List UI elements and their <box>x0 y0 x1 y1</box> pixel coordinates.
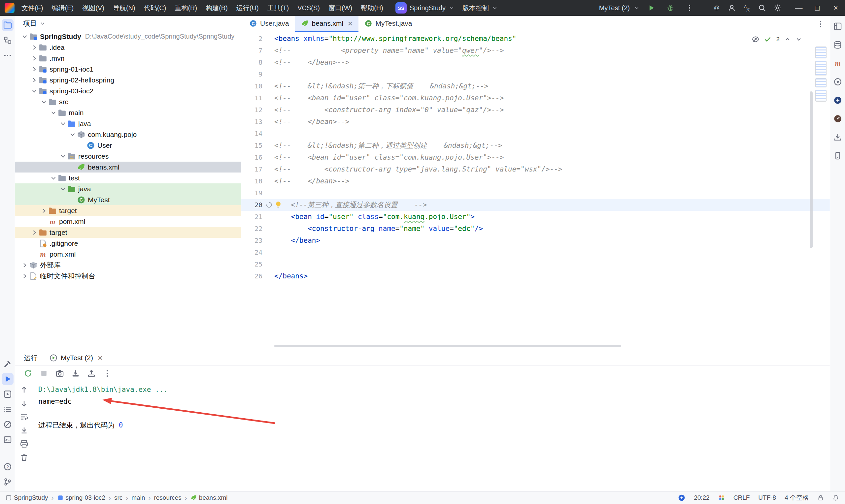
chevron-right-icon[interactable] <box>30 229 39 236</box>
run-configuration[interactable]: MyTest (2) <box>599 4 630 12</box>
problems-icon[interactable] <box>2 418 14 430</box>
menu-item-build[interactable]: 构建(B) <box>201 0 232 16</box>
tab-list-icon[interactable] <box>816 20 825 28</box>
chevron-down-icon[interactable] <box>795 36 802 42</box>
code-line-22[interactable]: 22 <constructor-arg name="name" value="e… <box>241 223 830 235</box>
breadcrumb-main[interactable]: main <box>131 494 145 501</box>
run-icon[interactable] <box>2 373 14 385</box>
tree-item-gitignore[interactable]: .gitignore <box>15 238 241 249</box>
line-number[interactable]: 12 <box>241 106 274 114</box>
tree-item-spring-03-ioc2[interactable]: spring-03-ioc2 <box>15 86 241 96</box>
menu-item-file[interactable]: 文件(F) <box>17 0 48 16</box>
menu-item-help[interactable]: 帮助(H) <box>356 0 388 16</box>
run-tab-mytest[interactable]: MyTest (2) × <box>50 350 103 365</box>
tree-item-java-test[interactable]: java <box>15 183 241 194</box>
chevron-down-icon[interactable] <box>30 88 39 94</box>
scroll-to-end-icon[interactable] <box>20 426 29 435</box>
menu-item-vcs[interactable]: VCS(S) <box>293 0 324 16</box>
ai-assistant-icon[interactable] <box>832 94 844 106</box>
line-number[interactable]: 24 <box>241 248 274 256</box>
tree-item-spring-01-ioc1[interactable]: spring-01-ioc1 <box>15 64 241 74</box>
project-icon[interactable] <box>2 19 14 31</box>
project-widget[interactable]: SS SpringStudy <box>395 2 455 14</box>
intellij-logo[interactable] <box>5 3 15 13</box>
chevron-right-icon[interactable] <box>20 262 29 269</box>
code-line-17[interactable]: 17<!-- <constructor-arg type="java.lang.… <box>241 163 830 175</box>
line-number[interactable]: 13 <box>241 118 274 126</box>
horizontal-scrollbar[interactable] <box>274 345 621 347</box>
line-number[interactable]: 11 <box>241 94 274 102</box>
chevron-down-icon[interactable] <box>40 98 48 105</box>
line-number[interactable]: 9 <box>241 70 274 78</box>
code-line-23[interactable]: 23 </bean> <box>241 235 830 246</box>
chevron-right-icon[interactable] <box>20 273 29 280</box>
close-button[interactable]: × <box>827 0 845 16</box>
menu-item-window[interactable]: 窗口(W) <box>324 0 356 16</box>
code-line-18[interactable]: 18<!-- </bean>--> <box>241 175 830 187</box>
tree-item-beans-xml[interactable]: beans.xml <box>15 162 241 173</box>
chevron-right-icon[interactable] <box>40 208 48 214</box>
services-icon[interactable] <box>2 388 14 400</box>
line-number[interactable]: 7 <box>241 47 274 54</box>
chevron-right-icon[interactable] <box>30 77 39 84</box>
code-line-14[interactable]: 14 <box>241 128 830 140</box>
caret-position[interactable]: 20:22 <box>694 494 710 501</box>
stop-icon[interactable] <box>40 369 48 378</box>
code-line-20[interactable]: 20<!--第三种，直接通过参数名设置 --> <box>241 199 830 211</box>
dependencies-icon[interactable] <box>832 131 844 143</box>
tree-item-resources[interactable]: resources <box>15 151 241 162</box>
search-icon[interactable] <box>755 0 770 16</box>
close-icon[interactable]: × <box>98 354 103 362</box>
tree-item-src[interactable]: src <box>15 96 241 107</box>
more-options-icon[interactable] <box>103 369 111 378</box>
breadcrumb-src[interactable]: src <box>114 494 122 501</box>
tree-item-test[interactable]: test <box>15 173 241 183</box>
line-number[interactable]: 21 <box>241 213 274 221</box>
tree-item-main[interactable]: main <box>15 107 241 118</box>
import-results-icon[interactable] <box>71 369 80 378</box>
project-panel-header[interactable]: 项目 <box>15 16 241 31</box>
line-number[interactable]: 19 <box>241 189 274 197</box>
line-number[interactable]: 8 <box>241 58 274 66</box>
file-encoding[interactable]: UTF-8 <box>758 494 776 501</box>
chevron-right-icon[interactable] <box>30 66 39 73</box>
vertical-scrollbar[interactable] <box>810 91 813 248</box>
code-line-10[interactable]: 10<!-- &lt;!&ndash;第一种，下标赋值 &ndash;&gt;-… <box>241 80 830 92</box>
menu-item-refactor[interactable]: 重构(R) <box>170 0 201 16</box>
line-number[interactable]: 14 <box>241 130 274 138</box>
line-number[interactable]: 22 <box>241 224 274 233</box>
window-layout-icon[interactable] <box>832 20 844 32</box>
tree-item-scratches[interactable]: 临时文件和控制台 <box>15 270 241 281</box>
database-icon[interactable] <box>832 39 844 51</box>
translate-icon[interactable]: A文 <box>739 0 755 16</box>
soft-wrap-icon[interactable] <box>20 413 29 421</box>
tab-user-java[interactable]: CUser.java <box>243 16 295 32</box>
breadcrumb-resources[interactable]: resources <box>154 494 181 501</box>
tree-item-class-mytest[interactable]: CMyTest <box>15 194 241 205</box>
code-line-19[interactable]: 19 <box>241 187 830 199</box>
vcs-widget[interactable]: 版本控制 <box>462 4 498 13</box>
code-line-26[interactable]: 26</beans> <box>241 270 830 282</box>
more-tool-windows-icon[interactable] <box>2 50 14 61</box>
todo-icon[interactable] <box>2 403 14 415</box>
tree-item-project-root[interactable]: SpringStudyD:\JavaCode\study_code\Spring… <box>15 31 241 42</box>
code-line-11[interactable]: 11<!-- <bean id="user" class="com.kuang.… <box>241 92 830 104</box>
device-manager-icon[interactable] <box>832 150 844 162</box>
bell-icon[interactable] <box>832 494 839 501</box>
code-line-8[interactable]: 8<!-- </bean>--> <box>241 56 830 68</box>
line-number[interactable]: 2 <box>241 35 274 42</box>
settings-icon[interactable] <box>770 0 785 16</box>
menu-item-edit[interactable]: 编辑(E) <box>48 0 78 16</box>
breadcrumb-spring-03-ioc2[interactable]: spring-03-ioc2 <box>57 494 105 501</box>
line-separator[interactable]: CRLF <box>734 494 750 501</box>
build-icon[interactable] <box>2 358 14 370</box>
chevron-down-icon[interactable] <box>59 186 67 192</box>
prev-occurrence-icon[interactable] <box>20 385 29 394</box>
menu-item-run[interactable]: 运行(U) <box>232 0 263 16</box>
breadcrumb-springstudy[interactable]: SpringStudy <box>5 494 48 501</box>
line-number[interactable]: 18 <box>241 177 274 185</box>
code-line-21[interactable]: 21 <bean id="user" class="com.kuang.pojo… <box>241 211 830 223</box>
code-line-7[interactable]: 7<!-- <property name="name" value="qwer"… <box>241 44 830 56</box>
tree-item-pom-root[interactable]: mpom.xml <box>15 249 241 259</box>
gradle-icon[interactable] <box>832 76 844 88</box>
